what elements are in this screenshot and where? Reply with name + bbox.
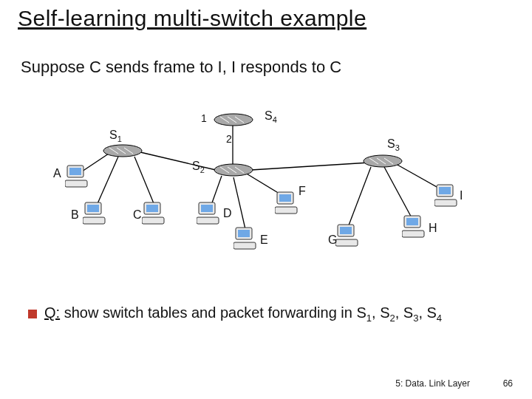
label-host-a: A bbox=[53, 167, 61, 180]
svg-line-9 bbox=[347, 167, 371, 229]
svg-rect-39 bbox=[197, 217, 219, 224]
svg-line-5 bbox=[134, 157, 155, 207]
svg-rect-54 bbox=[434, 200, 457, 206]
label-host-c: C bbox=[133, 208, 142, 222]
host-g bbox=[335, 223, 361, 248]
svg-rect-47 bbox=[340, 227, 352, 234]
svg-rect-36 bbox=[142, 217, 164, 224]
svg-rect-30 bbox=[65, 180, 87, 187]
host-i bbox=[434, 183, 460, 208]
port-1: 1 bbox=[201, 112, 207, 124]
switch-s1 bbox=[102, 143, 143, 158]
svg-point-16 bbox=[103, 145, 142, 157]
svg-rect-38 bbox=[201, 205, 213, 212]
label-host-d: D bbox=[223, 207, 232, 220]
page-title: Self-learning multi-switch example bbox=[18, 6, 366, 31]
host-b bbox=[83, 201, 108, 226]
svg-rect-41 bbox=[238, 230, 250, 237]
switch-s4 bbox=[213, 112, 254, 127]
scenario-text: Suppose C sends frame to I, I responds t… bbox=[21, 58, 341, 77]
svg-point-20 bbox=[214, 164, 253, 176]
host-a bbox=[65, 164, 90, 189]
svg-rect-50 bbox=[406, 218, 418, 225]
svg-rect-29 bbox=[69, 168, 81, 175]
host-h bbox=[402, 214, 427, 239]
switch-s3 bbox=[362, 154, 403, 168]
label-s4: S4 bbox=[265, 109, 277, 124]
svg-point-24 bbox=[364, 155, 402, 167]
question-text: Q: show switch tables and packet forward… bbox=[28, 303, 502, 325]
host-d bbox=[197, 201, 222, 226]
label-host-i: I bbox=[460, 189, 463, 202]
host-f bbox=[275, 191, 300, 216]
host-e bbox=[233, 226, 259, 251]
label-host-f: F bbox=[299, 185, 306, 198]
svg-line-10 bbox=[384, 167, 414, 222]
label-host-e: E bbox=[260, 233, 268, 247]
svg-rect-51 bbox=[402, 231, 424, 237]
bullet-icon bbox=[28, 310, 37, 318]
svg-line-2 bbox=[251, 163, 369, 170]
svg-rect-44 bbox=[279, 194, 291, 202]
svg-rect-35 bbox=[146, 205, 158, 212]
svg-line-7 bbox=[233, 177, 245, 229]
svg-line-4 bbox=[96, 157, 118, 207]
label-host-g: G bbox=[328, 233, 337, 247]
svg-rect-33 bbox=[83, 217, 105, 224]
svg-rect-53 bbox=[439, 187, 451, 194]
label-host-h: H bbox=[429, 222, 437, 235]
page-number: 66 bbox=[503, 378, 513, 389]
svg-rect-42 bbox=[233, 242, 256, 249]
svg-rect-32 bbox=[87, 205, 99, 212]
switch-s2 bbox=[213, 163, 254, 177]
svg-point-12 bbox=[214, 114, 253, 126]
label-s2: S2 bbox=[192, 160, 205, 174]
label-s1: S1 bbox=[109, 129, 122, 143]
host-c bbox=[142, 201, 167, 226]
network-diagram: S4 1 2 S1 S2 S3 A B C D E F bbox=[0, 96, 532, 288]
svg-rect-45 bbox=[275, 207, 297, 214]
label-s3: S3 bbox=[387, 137, 400, 152]
label-host-b: B bbox=[71, 208, 79, 222]
footer-text: 5: Data. Link Layer bbox=[395, 378, 470, 389]
port-2: 2 bbox=[226, 133, 232, 145]
svg-rect-48 bbox=[335, 239, 358, 246]
